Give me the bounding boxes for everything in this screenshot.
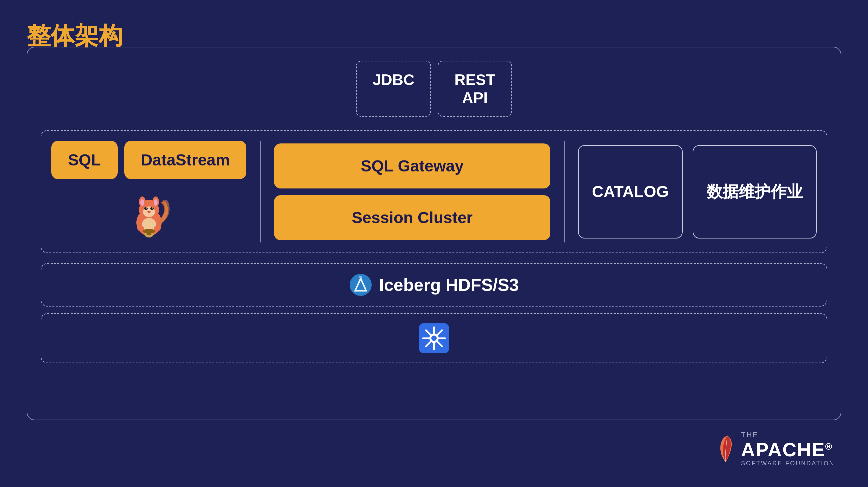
vertical-divider [260,141,261,242]
svg-point-15 [143,229,155,233]
svg-point-7 [144,207,148,210]
squirrel-icon [127,189,170,239]
k8s-row [41,313,827,363]
svg-point-17 [154,226,161,231]
svg-point-5 [154,199,158,206]
jdbc-box: JDBC [356,61,431,117]
center-group: SQL Gateway Session Cluster [274,143,550,240]
middle-section: SQL DataStream [41,130,827,253]
apache-the-label: THE [741,431,835,439]
svg-point-16 [137,226,144,231]
main-container: JDBC RESTAPI SQL DataStream [27,47,841,420]
svg-point-25 [431,336,437,341]
iceberg-row: Iceberg HDFS/S3 [41,263,827,307]
squirrel-area [51,186,246,242]
apache-name-label: APACHE® [741,439,835,460]
svg-point-8 [150,207,154,210]
svg-point-9 [146,207,147,208]
catalog-box: CATALOG [578,145,683,238]
svg-point-3 [140,199,144,206]
top-section: JDBC RESTAPI [41,61,827,117]
rest-api-box: RESTAPI [438,61,512,117]
iceberg-icon [349,273,372,296]
datastream-box: DataStream [124,141,247,179]
svg-point-10 [152,207,153,208]
left-group: SQL DataStream [51,141,246,242]
vertical-divider-2 [564,141,565,242]
right-section: CATALOG 数据维护作业 [578,145,817,238]
session-cluster-box: Session Cluster [274,195,550,240]
svg-point-11 [147,211,151,213]
apache-sub-label: SOFTWARE FOUNDATION [741,460,835,467]
sql-box: SQL [51,141,118,179]
svg-rect-22 [359,276,362,278]
sql-gateway-box: SQL Gateway [274,143,550,189]
apache-text-block: THE APACHE® SOFTWARE FOUNDATION [741,431,835,467]
apache-logo-area: THE APACHE® SOFTWARE FOUNDATION [716,431,835,467]
data-maintenance-box: 数据维护作业 [693,145,817,238]
iceberg-label: Iceberg HDFS/S3 [379,275,519,295]
apache-feather-icon [716,434,736,464]
left-top-row: SQL DataStream [51,141,246,179]
k8s-icon [419,323,449,353]
